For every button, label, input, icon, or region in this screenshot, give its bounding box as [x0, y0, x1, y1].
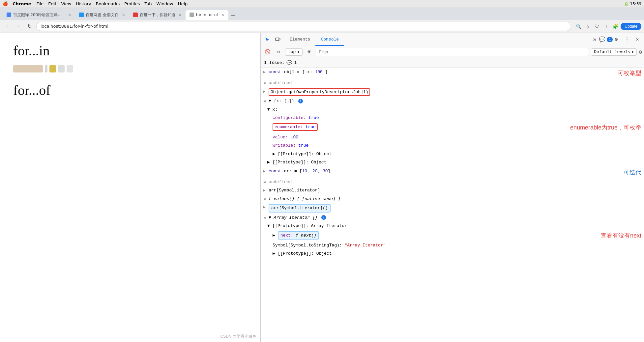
device-toolbar-icon[interactable] [273, 34, 283, 45]
apple-menu-icon[interactable]: 🍎 [3, 1, 8, 6]
console-line[interactable]: ◀ ▼ {x: {…}} i [261, 97, 644, 105]
console-line-boxed[interactable]: ▶ Object.getOwnPropertyDescriptors(obj1) [261, 87, 644, 97]
tab-elements[interactable]: Elements [284, 34, 315, 46]
translate-icon[interactable]: T [602, 22, 610, 30]
console-line[interactable]: Symbol(Symbol.toStringTag): "Array Itera… [261, 241, 644, 250]
console-line[interactable]: ◀ f values() { [native code] } [261, 195, 644, 203]
tab-close-button[interactable]: ✕ [68, 13, 71, 17]
update-button[interactable]: Update [621, 23, 641, 30]
expand-icon[interactable]: ▶ [263, 69, 269, 75]
new-tab-button[interactable]: + [228, 11, 238, 20]
console-line-next[interactable]: ▶ next: f next() 查看有没有next [261, 230, 644, 241]
expand-icon[interactable]: ▶ [263, 204, 269, 210]
tab-baidu-disk[interactable]: 百度网盘-全部文件 ✕ [75, 10, 129, 20]
return-icon: ◀ [263, 179, 269, 185]
tab-more-button[interactable]: » [590, 36, 599, 43]
shield-icon[interactable]: 🛡 [593, 22, 601, 30]
tab-baidu-search[interactable]: 百度一下，你就知道 ✕ [129, 10, 186, 20]
settings-icon[interactable]: ⚙ [611, 34, 622, 45]
url-text: localhost:8881/for-in-for-of.html [41, 24, 108, 29]
console-line[interactable]: value: 100 [261, 133, 644, 142]
chrome-app-name[interactable]: Chrome [13, 1, 31, 6]
system-icons: 🔋 15:39 [624, 2, 641, 6]
return-icon: ◀ [263, 196, 269, 202]
menu-bookmarks[interactable]: Bookmarks [96, 1, 120, 6]
tab-for-in-for-of[interactable]: for-in for-of ✕ [186, 10, 228, 20]
tab-title: 百度网盘-全部文件 [86, 12, 119, 18]
console-line[interactable]: ◀ ▼ Array Iterator {} i [261, 214, 644, 222]
filter-toggle-button[interactable]: ⊘ [274, 47, 283, 57]
console-line[interactable]: ▶ [[Prototype]]: Object [261, 158, 644, 167]
eye-icon[interactable]: 👁 [305, 47, 314, 57]
context-selector[interactable]: top ▾ [285, 48, 303, 56]
console-line[interactable]: ▶ const obj1 = { x: 100 } 可枚举型 [261, 68, 644, 79]
menu-edit[interactable]: Edit [48, 1, 56, 6]
webpage: for...in for...of CSDN @娄香小白鱼 [0, 33, 260, 342]
for-of-heading: for...of [13, 82, 247, 98]
tab-close-button[interactable]: ✕ [179, 13, 182, 17]
log-levels-selector[interactable]: Default levels ▾ [591, 48, 637, 56]
svg-rect-0 [276, 38, 279, 41]
console-line[interactable]: ▶ [[Prototype]]: Object [261, 249, 644, 258]
reload-button[interactable]: ↻ [25, 22, 34, 31]
back-button[interactable]: ‹ [3, 22, 12, 31]
tab-baidu-translate[interactable]: 百度翻译-200种语言互译、沟... ✕ [3, 10, 75, 20]
clear-console-button[interactable]: 🚫 [263, 47, 272, 57]
extensions-icon[interactable]: 🧩 [611, 22, 619, 30]
url-input[interactable]: localhost:8881/for-in-for-of.html [36, 22, 571, 31]
expand-icon[interactable]: ▶ [263, 88, 269, 95]
console-line[interactable]: ◀ undefined [261, 79, 644, 87]
console-line[interactable]: configurable: true [261, 114, 644, 122]
enumerable-boxed: enumerable: true [273, 123, 318, 131]
console-line[interactable]: ▼ [[Prototype]]: Array Iterator [261, 222, 644, 230]
menu-help[interactable]: Help [178, 1, 188, 6]
return-icon: ◀ [263, 80, 269, 86]
tab-close-button[interactable]: ✕ [221, 13, 224, 17]
bookmark-icon[interactable]: ☆ [584, 22, 592, 30]
console-toolbar: 🚫 ⊘ top ▾ 👁 Default levels ▾ ⚙ [261, 46, 644, 58]
menu-items: File Edit View History Bookmarks Profile… [37, 1, 188, 6]
levels-label: Default levels [594, 49, 630, 54]
console-line[interactable]: ▼ x: [261, 105, 644, 114]
console-line[interactable]: ▶ arr[Symbol.iterator] [261, 186, 644, 195]
console-line[interactable]: ▶ [[Prototype]]: Object [261, 150, 644, 158]
console-line[interactable]: writable: true [261, 141, 644, 150]
console-line[interactable]: ▶ const arr = [10, 20, 30] 可迭代 [261, 167, 644, 178]
issues-count[interactable]: 1 [294, 60, 297, 65]
menu-window[interactable]: Window [156, 1, 173, 6]
element-picker-icon[interactable] [262, 34, 273, 45]
console-badge[interactable]: 💬 1 [600, 34, 611, 45]
console-line-enumerable[interactable]: enumerable: true enumerable为true，可枚举 [261, 122, 644, 133]
forward-button[interactable]: › [14, 22, 23, 31]
line-content: ▼ x: [267, 106, 641, 113]
console-settings-icon[interactable]: ⚙ [639, 49, 642, 55]
menu-profiles[interactable]: Profiles [124, 1, 140, 6]
line-content: ▼ Array Iterator {} i [269, 214, 641, 221]
tab-favicon [79, 13, 84, 17]
console-line[interactable]: ◀ undefined [261, 178, 644, 186]
close-devtools-button[interactable]: ✕ [632, 34, 643, 45]
devtools-toolbar: Elements Console » 💬 1 ⚙ ⋮ ✕ [261, 33, 644, 46]
line-content: ▶ [[Prototype]]: Object [273, 250, 641, 257]
expand-icon[interactable]: ▶ [263, 187, 269, 193]
number-value: 100 [315, 70, 322, 74]
zoom-icon[interactable]: 🔍 [574, 22, 582, 30]
line-content: const obj1 = { x: 100 } [269, 69, 614, 75]
console-line-boxed-blue[interactable]: ▶ arr[Symbol.iterator]() [261, 203, 644, 214]
menu-history[interactable]: History [76, 1, 91, 6]
tab-close-button[interactable]: ✕ [122, 13, 125, 17]
tab-console[interactable]: Console [315, 34, 344, 46]
tab-favicon [133, 13, 138, 17]
expand-icon[interactable]: ▶ [263, 168, 269, 174]
menubar-right: 🔋 15:39 [624, 2, 641, 6]
tab-title: 百度翻译-200种语言互译、沟... [13, 12, 65, 18]
more-options-icon[interactable]: ⋮ [622, 34, 632, 45]
boxed-command: Object.getOwnPropertyDescriptors(obj1) [269, 88, 370, 96]
filter-input[interactable] [316, 48, 589, 56]
menu-tab[interactable]: Tab [144, 1, 152, 6]
annotation-enumerable-detail: enumerable为true，可枚举 [570, 123, 641, 132]
menu-file[interactable]: File [37, 1, 44, 6]
line-content: ▼ {x: {…}} i [269, 98, 641, 104]
menu-view[interactable]: View [61, 1, 71, 6]
webpage-decoration [13, 65, 247, 72]
